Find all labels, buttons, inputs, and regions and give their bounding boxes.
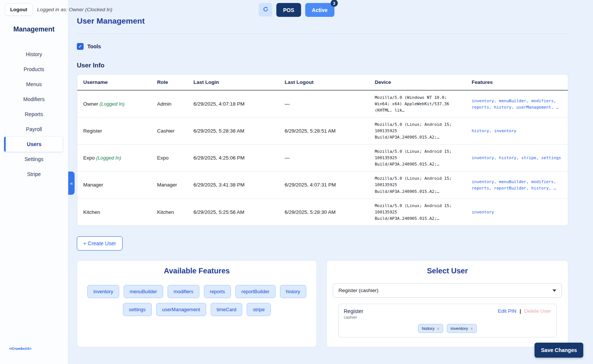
table-row: Expo (Logged In) Expo 6/29/2025, 4:25:06… <box>77 145 568 172</box>
assigned-features-row: history x inventory x <box>344 324 551 333</box>
header-role: Role <box>151 75 187 90</box>
cell-last-login: 6/29/2025, 4:25:06 PM <box>187 145 279 172</box>
table-row: Manager Manager 6/29/2025, 3:41:38 PM 6/… <box>77 172 568 198</box>
delete-user-link[interactable]: Delete User <box>524 308 551 314</box>
sidebar-item-modifiers[interactable]: Modifiers <box>0 92 68 107</box>
feature-chip-modifiers[interactable]: modifiers <box>168 285 199 298</box>
selected-user-role: cashier <box>344 315 363 319</box>
feature-chip-settings[interactable]: settings <box>123 303 152 316</box>
feature-chip-menubuilder[interactable]: menuBuilder <box>124 285 163 298</box>
cell-username: Manager <box>83 182 103 188</box>
refresh-button[interactable] <box>259 3 272 16</box>
sidebar-nav: History Products Menus Modifiers Reports… <box>0 47 68 182</box>
cell-device: Mozilla/5.0 (Windows NT 10.0; Win64; x64… <box>369 90 466 118</box>
active-count-badge: 3 <box>331 0 338 7</box>
sidebar-item-products[interactable]: Products <box>0 62 68 77</box>
remove-feature-icon[interactable]: x <box>437 326 439 331</box>
user-info-table: Username Role Last Login Last Logout Dev… <box>77 75 568 225</box>
active-users-label: Active <box>312 7 328 13</box>
header-device: Device <box>369 75 466 90</box>
selected-user-card: Register cashier Edit PIN | Delete User … <box>338 304 557 337</box>
cell-username: Owner <box>83 101 98 107</box>
cell-last-login: 6/29/2025, 3:41:38 PM <box>187 172 279 198</box>
chevron-down-icon <box>553 289 556 292</box>
sidebar-item-menus[interactable]: Menus <box>0 77 68 92</box>
cell-last-login: 6/29/2025, 4:07:18 PM <box>187 90 279 118</box>
bottom-panels: Available Features inventory menuBuilder… <box>77 260 568 347</box>
user-select-dropdown[interactable]: Register (cashier) <box>333 283 562 298</box>
cell-features: inventory, history, stripe, settings <box>466 145 568 172</box>
save-changes-button[interactable]: Save Changes <box>535 343 583 358</box>
table-header-row: Username Role Last Login Last Logout Dev… <box>77 75 568 90</box>
header-features: Features <box>466 75 568 90</box>
cell-last-logout: 6/29/2025, 5:28:30 AM <box>279 198 368 225</box>
available-features-title: Available Features <box>83 267 310 275</box>
sidebar-item-settings[interactable]: Settings <box>0 152 68 167</box>
cell-last-login: 6/29/2025, 5:25:56 AM <box>187 198 279 225</box>
cell-role: Admin <box>151 90 187 118</box>
cell-device: Mozilla/5.0 (Linux; Android 15; 10013592… <box>369 172 466 198</box>
sidebar: Management History Products Menus Modifi… <box>0 0 68 364</box>
active-users-button[interactable]: Active 3 <box>305 3 334 17</box>
assigned-chip-history: history x <box>418 324 443 333</box>
selected-user-identity: Register cashier <box>344 308 363 319</box>
tools-checkbox[interactable] <box>77 43 84 50</box>
edit-pin-link[interactable]: Edit PIN <box>498 308 517 314</box>
cell-last-login: 6/29/2025, 5:28:38 AM <box>187 118 279 145</box>
cell-features: inventory <box>466 198 568 225</box>
assigned-chip-inventory: inventory x <box>447 324 476 333</box>
feature-chip-inventory[interactable]: inventory <box>87 285 119 298</box>
feature-chip-reportbuilder[interactable]: reportBuilder <box>235 285 275 298</box>
feature-chip-reports[interactable]: reports <box>204 285 231 298</box>
feature-chip-row: inventory menuBuilder modifiers reports … <box>87 285 306 298</box>
feature-chips: inventory menuBuilder modifiers reports … <box>83 285 310 316</box>
cell-role: Expo <box>151 145 187 172</box>
cell-device: Mozilla/5.0 (Linux; Android 15; 10013592… <box>369 118 466 145</box>
sidebar-item-payroll[interactable]: Payroll <box>0 122 68 137</box>
cell-features: history, inventory <box>466 118 568 145</box>
cell-device: Mozilla/5.0 (Linux; Android 15; 10013592… <box>369 198 466 225</box>
user-info-table-card: Username Role Last Login Last Logout Dev… <box>77 74 568 226</box>
link-separator: | <box>520 308 521 314</box>
cell-last-logout: 6/29/2025, 4:07:31 PM <box>279 172 368 198</box>
select-user-title: Select User <box>333 267 562 275</box>
selected-user-header: Register cashier Edit PIN | Delete User <box>344 308 551 319</box>
table-row: Register Cashier 6/29/2025, 5:28:38 AM 6… <box>77 118 568 145</box>
main-content: User Management Tools User Info Username… <box>68 0 593 364</box>
remove-feature-icon[interactable]: x <box>471 326 473 331</box>
cell-last-logout: 6/29/2025, 5:28:51 AM <box>279 118 368 145</box>
selected-user-actions: Edit PIN | Delete User <box>498 308 551 314</box>
cell-username: Register <box>83 128 102 134</box>
cell-role: Cashier <box>151 118 187 145</box>
cell-username: Kitchen <box>83 209 100 215</box>
assigned-chip-label: inventory <box>451 326 468 331</box>
cell-features: inventory, menuBuilder, modifiers, repor… <box>466 172 568 198</box>
sidebar-title: Management <box>0 25 68 33</box>
sidebar-collapse-handle[interactable]: « <box>68 172 75 195</box>
header-last-login: Last Login <box>187 75 279 90</box>
header-last-logout: Last Logout <box>279 75 368 90</box>
logged-in-flag: (Logged In) <box>96 155 121 161</box>
selected-user-name: Register <box>344 308 363 314</box>
feature-chip-row: settings userManagement timeCard stripe <box>123 303 271 316</box>
cell-last-logout: — <box>279 145 368 172</box>
sidebar-item-history[interactable]: History <box>0 47 68 62</box>
sidebar-item-users[interactable]: Users <box>4 137 63 152</box>
sidebar-item-reports[interactable]: Reports <box>0 107 68 122</box>
session-status-text: Logged in as: Owner (Clocked In) <box>37 7 112 12</box>
cell-role: Kitchen <box>151 198 187 225</box>
available-features-panel: Available Features inventory menuBuilder… <box>77 260 317 347</box>
select-user-panel: Select User Register (cashier) Register … <box>326 260 568 347</box>
feature-chip-usermanagement[interactable]: userManagement <box>156 303 206 316</box>
logout-button[interactable]: Logout <box>5 3 33 16</box>
sidebar-item-stripe[interactable]: Stripe <box>0 167 68 182</box>
create-user-button[interactable]: + Create User <box>77 236 123 251</box>
feature-chip-history[interactable]: history <box>280 285 306 298</box>
refresh-icon <box>263 6 268 13</box>
user-info-heading: User Info <box>77 62 568 69</box>
pos-button[interactable]: POS <box>276 3 301 17</box>
feature-chip-timecard[interactable]: timeCard <box>211 303 243 316</box>
feature-chip-stripe[interactable]: stripe <box>247 303 271 316</box>
crumbsos-logo: </CrumbsOS> <box>9 347 31 351</box>
logged-in-flag: (Logged In) <box>100 101 125 107</box>
